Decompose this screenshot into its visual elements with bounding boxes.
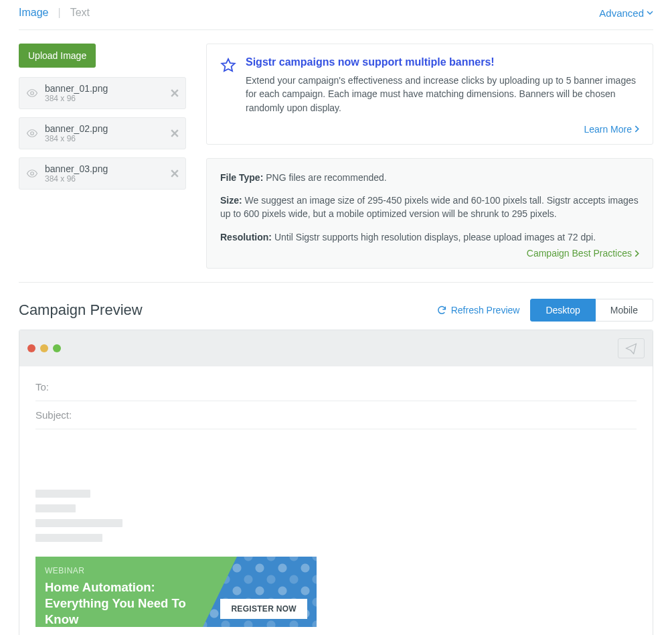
svg-point-2 <box>31 172 34 175</box>
svg-point-0 <box>31 92 34 95</box>
campaign-banner[interactable]: WEBINAR Home Automation: Everything You … <box>35 557 317 627</box>
banner-tag: WEBINAR <box>45 566 307 575</box>
file-size: 384 x 96 <box>45 94 164 103</box>
chevron-right-icon <box>635 250 639 257</box>
file-size: 384 x 96 <box>45 134 164 143</box>
device-desktop-button[interactable]: Desktop <box>530 299 595 322</box>
advanced-label: Advanced <box>599 7 644 19</box>
remove-file-icon[interactable] <box>171 89 179 97</box>
uploaded-file-item: banner_02.png 384 x 96 <box>19 117 186 149</box>
placeholder-line <box>35 519 122 527</box>
window-dot-min <box>40 344 48 352</box>
tab-text[interactable]: Text <box>70 7 90 19</box>
eye-icon[interactable] <box>26 88 38 98</box>
window-dot-close <box>27 344 35 352</box>
preview-header: Campaign Preview Refresh Preview Desktop… <box>19 299 653 322</box>
file-name: banner_02.png <box>45 123 164 134</box>
file-name: banner_01.png <box>45 83 164 94</box>
best-practices-link[interactable]: Campaign Best Practices <box>220 248 639 259</box>
device-mobile-button[interactable]: Mobile <box>596 299 653 322</box>
star-icon <box>220 58 236 74</box>
spec-res-val: Until Sigstr supports high resolution di… <box>274 232 596 242</box>
info-card-specs: File Type: PNG files are recommended. Si… <box>206 158 653 269</box>
banner-headline: Home Automation: Everything You Need To … <box>45 579 219 627</box>
chevron-down-icon <box>647 9 653 16</box>
upload-image-button[interactable]: Upload Image <box>19 44 96 68</box>
file-name: banner_03.png <box>45 163 164 174</box>
uploaded-file-item: banner_01.png 384 x 96 <box>19 77 186 109</box>
spec-res-key: Resolution: <box>220 232 272 242</box>
signature-placeholder: WEBINAR Home Automation: Everything You … <box>35 429 637 627</box>
file-size: 384 x 96 <box>45 174 164 184</box>
tab-image[interactable]: Image <box>19 7 48 19</box>
window-dot-max <box>53 344 61 352</box>
mail-subject-field[interactable]: Subject: <box>35 401 637 429</box>
chevron-right-icon <box>635 125 639 133</box>
tab-separator: | <box>58 7 60 19</box>
svg-point-1 <box>31 132 34 135</box>
preview-title: Campaign Preview <box>19 301 143 319</box>
eye-icon[interactable] <box>26 129 38 138</box>
learn-more-link[interactable]: Learn More <box>246 124 639 135</box>
advanced-toggle[interactable]: Advanced <box>599 7 653 19</box>
placeholder-line <box>35 534 102 542</box>
remove-file-icon[interactable] <box>171 169 179 178</box>
refresh-icon <box>436 305 447 315</box>
placeholder-line <box>35 490 90 498</box>
top-tabs: Image | Text Advanced <box>19 0 653 30</box>
banner-cta-button[interactable]: REGISTER NOW <box>220 599 307 619</box>
device-toggle: Desktop Mobile <box>530 299 653 322</box>
spec-size-key: Size: <box>220 195 242 206</box>
remove-file-icon[interactable] <box>171 129 179 137</box>
send-button[interactable] <box>618 338 645 358</box>
spec-filetype-key: File Type: <box>220 172 263 183</box>
paper-plane-icon <box>625 342 637 354</box>
mail-to-field[interactable]: To: <box>35 373 637 401</box>
info-body: Extend your campaign's effectiveness and… <box>246 74 639 115</box>
eye-icon[interactable] <box>26 169 38 178</box>
spec-filetype-val: PNG files are recommended. <box>266 172 387 183</box>
placeholder-line <box>35 504 76 512</box>
info-title: Sigstr campaigns now support multiple ba… <box>246 56 639 68</box>
info-card-multi-banner: Sigstr campaigns now support multiple ba… <box>206 44 653 145</box>
mailbox-titlebar <box>19 330 653 366</box>
mailbox-preview: To: Subject: WEBINAR Home Automation: Ev… <box>19 330 653 635</box>
uploaded-file-item: banner_03.png 384 x 96 <box>19 157 186 190</box>
refresh-preview-button[interactable]: Refresh Preview <box>436 305 520 315</box>
spec-size-val: We suggest an image size of 295-450 pixe… <box>220 195 639 219</box>
